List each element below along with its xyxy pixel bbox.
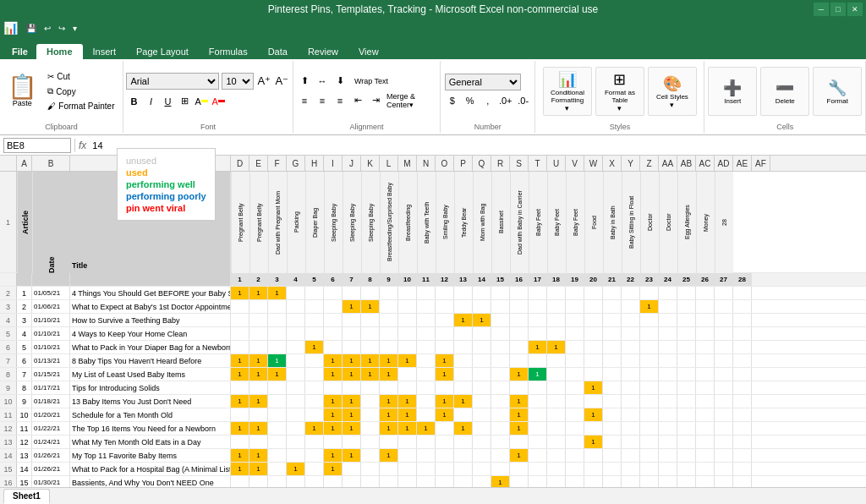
cell-title[interactable]: My Top 11 Favorite Baby Items [70,449,231,462]
cell-data[interactable] [510,287,529,299]
font-color-button[interactable]: A [211,94,226,109]
cell-data[interactable] [547,368,566,381]
cell-data[interactable] [398,368,417,381]
font-name-select[interactable]: Arial [126,73,219,90]
cell-data[interactable] [603,341,622,353]
cell-data[interactable] [529,381,547,394]
cell-data[interactable] [715,476,733,487]
cell-data[interactable] [696,422,715,435]
cell-data[interactable]: 1 [305,341,324,353]
cell-data[interactable] [640,381,659,394]
cell-1-u[interactable]: Baby Feet [547,172,566,273]
cell-data[interactable] [733,368,752,381]
cell-data[interactable] [566,408,584,421]
cell-data[interactable] [677,408,696,421]
cell-data[interactable]: 1 [249,463,268,475]
cell-data[interactable] [305,408,324,421]
cell-date[interactable]: 01/24/21 [32,436,70,448]
cell-title[interactable]: 13 Baby Items You Just Don't Need [70,395,231,408]
cell-data[interactable] [659,314,677,326]
cell-data[interactable] [473,368,491,381]
cell-data[interactable] [491,314,510,326]
cell-data[interactable] [696,449,715,462]
cell-data[interactable] [268,422,287,435]
cell-data[interactable] [566,287,584,299]
cell-1-e[interactable]: Pregnant Belly [249,172,268,273]
cell-data[interactable] [715,436,733,448]
cell-data[interactable] [603,300,622,313]
cell-data[interactable] [715,368,733,381]
cell-data[interactable] [622,300,640,313]
cell-data[interactable]: 1 [249,354,268,367]
cell-data[interactable] [436,287,454,299]
indent-less-button[interactable]: ⇤ [350,93,365,108]
cell-data[interactable]: 1 [268,354,287,367]
cell-data[interactable]: 1 [324,463,343,475]
cell-data[interactable] [417,341,436,353]
cell-data[interactable]: 1 [231,463,249,475]
cell-data[interactable] [715,300,733,313]
cell-data[interactable] [436,476,454,487]
cell-title[interactable]: The Top 16 Items You Need for a Newborn [70,422,231,435]
name-box-input[interactable] [3,138,71,153]
cell-title[interactable]: Schedule for a Ten Month Old [70,408,231,421]
cell-data[interactable] [603,381,622,394]
cell-title[interactable]: 4 Ways to Keep Your Home Clean [70,327,231,340]
cell-data[interactable] [324,327,343,340]
cell-data[interactable]: 1 [231,395,249,408]
cell-data[interactable] [733,354,752,367]
insert-cells-button[interactable]: ➕ Insert [708,67,757,116]
cell-data[interactable] [584,395,603,408]
cell-data[interactable] [380,381,398,394]
cell-data[interactable] [603,287,622,299]
cell-data[interactable] [268,300,287,313]
cell-data[interactable] [715,395,733,408]
align-right-button[interactable]: ≡ [332,93,348,108]
cell-data[interactable]: 1 [640,300,659,313]
cell-data[interactable] [249,300,268,313]
cell-data[interactable] [640,449,659,462]
cut-button[interactable]: ✂ Cut [43,70,118,83]
cell-data[interactable] [398,436,417,448]
cell-data[interactable]: 1 [343,449,361,462]
paste-button[interactable]: 📋 Paste [3,70,41,112]
cell-article[interactable]: 4 [17,327,32,340]
cell-1-t[interactable]: Baby Feet [529,172,547,273]
cell-data[interactable] [473,381,491,394]
cell-data[interactable] [343,476,361,487]
cell-article[interactable]: 14 [17,463,32,475]
cell-data[interactable] [305,476,324,487]
cell-data[interactable] [454,463,473,475]
cell-data[interactable]: 1 [343,422,361,435]
cell-data[interactable] [343,463,361,475]
cell-date[interactable]: 01/15/21 [32,368,70,381]
cell-data[interactable] [473,341,491,353]
cell-data[interactable] [436,327,454,340]
cell-1-r[interactable]: Bassinet [491,172,510,273]
col-header-ac[interactable]: AC [696,156,715,171]
cell-data[interactable] [622,287,640,299]
cell-data[interactable] [380,287,398,299]
comma-button[interactable]: , [480,93,496,108]
cell-data[interactable] [287,327,305,340]
cell-title[interactable]: What My Ten Month Old Eats in a Day [70,436,231,448]
cell-data[interactable] [584,354,603,367]
cell-data[interactable] [510,354,529,367]
cell-data[interactable] [491,327,510,340]
cell-date[interactable]: 01/10/21 [32,314,70,326]
cell-data[interactable] [640,354,659,367]
cell-data[interactable]: 1 [380,395,398,408]
cell-data[interactable] [398,476,417,487]
cell-1-o[interactable]: Smiling Baby [436,172,454,273]
cell-data[interactable] [640,408,659,421]
col-header-h[interactable]: H [305,156,324,171]
cell-data[interactable] [677,476,696,487]
align-left-button[interactable]: ≡ [297,93,312,108]
align-center-button[interactable]: ≡ [315,93,330,108]
cell-data[interactable] [715,327,733,340]
cell-data[interactable] [380,436,398,448]
cell-data[interactable] [343,287,361,299]
cell-data[interactable] [473,422,491,435]
indent-more-button[interactable]: ⇥ [368,93,383,108]
cell-data[interactable]: 1 [324,422,343,435]
